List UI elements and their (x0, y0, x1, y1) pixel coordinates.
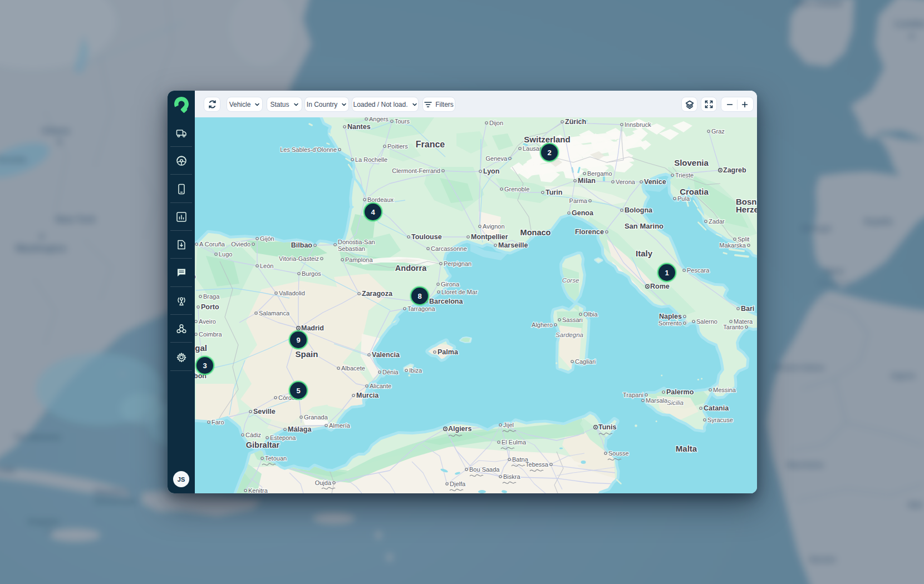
svg-text:Bologna: Bologna (625, 206, 653, 214)
svg-text:Jijel: Jijel (503, 422, 514, 428)
svg-text:Syracuse: Syracuse (707, 417, 733, 423)
svg-text:Vitoria-Gasteiz: Vitoria-Gasteiz (279, 255, 319, 262)
svg-text:Sicilia: Sicilia (667, 399, 684, 406)
svg-text:Innsbruck: Innsbruck (625, 121, 651, 128)
svg-text:A Coruña: A Coruña (199, 241, 225, 248)
svg-text:Bari: Bari (741, 305, 754, 313)
svg-text:Perpignan: Perpignan (444, 260, 471, 267)
svg-text:Toulouse: Toulouse (411, 233, 442, 241)
svg-text:Tebessa: Tebessa (525, 461, 549, 468)
svg-text:Clermont-Ferrand: Clermont-Ferrand (392, 167, 440, 174)
svg-text:Messina: Messina (713, 387, 736, 393)
svg-text:Burgos: Burgos (302, 270, 321, 277)
svg-text:Murcia: Murcia (356, 392, 379, 399)
svg-text:Marsala: Marsala (646, 397, 668, 404)
svg-text:Spain: Spain (296, 349, 318, 359)
svg-text:Tarragona: Tarragona (407, 305, 435, 312)
svg-text:Donostia-San: Donostia-San (338, 239, 375, 245)
svg-text:Braga: Braga (203, 293, 220, 300)
svg-text:Sebastian: Sebastian (338, 245, 365, 252)
svg-text:Kenitra: Kenitra (248, 487, 268, 493)
svg-text:Angers: Angers (369, 117, 389, 122)
svg-text:Alicante: Alicante (370, 383, 391, 389)
svg-text:Valencia: Valencia (372, 351, 400, 359)
svg-text:Sardegna: Sardegna (556, 331, 583, 338)
svg-text:Madrid: Madrid (301, 324, 324, 332)
svg-text:Biskra: Biskra (503, 473, 520, 480)
svg-text:Djelfa: Djelfa (450, 481, 466, 487)
svg-text:Naples: Naples (659, 313, 682, 320)
svg-text:Parma: Parma (569, 197, 588, 204)
svg-text:Granada: Granada (304, 414, 328, 420)
svg-text:Trieste: Trieste (675, 172, 694, 179)
svg-text:Alghero: Alghero (532, 321, 553, 328)
svg-text:Venice: Venice (644, 178, 666, 186)
svg-text:Pamplona: Pamplona (345, 256, 373, 263)
svg-text:Cagliari: Cagliari (575, 358, 596, 365)
svg-text:Oujda: Oujda (315, 479, 332, 486)
svg-text:Marseille: Marseille (498, 241, 528, 249)
svg-text:Sorrento: Sorrento (658, 320, 682, 326)
svg-text:Lugo: Lugo (219, 251, 232, 258)
svg-text:Gijón: Gijón (260, 235, 274, 242)
svg-text:Makarska: Makarska (719, 242, 746, 249)
svg-text:Les Sables-d'Olonne: Les Sables-d'Olonne (280, 146, 337, 153)
svg-text:Bilbao: Bilbao (291, 241, 313, 249)
svg-text:Poitiers: Poitiers (387, 143, 408, 150)
svg-text:Albacete: Albacete (341, 365, 365, 372)
svg-text:Graz: Graz (711, 128, 725, 135)
svg-text:Faro: Faro (212, 419, 224, 425)
svg-text:Verona: Verona (616, 179, 636, 185)
svg-text:La Rochelle: La Rochelle (355, 156, 387, 163)
svg-text:Zürich: Zürich (565, 118, 586, 126)
svg-text:Palma: Palma (438, 348, 459, 356)
svg-text:Milan: Milan (578, 177, 596, 185)
svg-text:Seville: Seville (253, 408, 276, 415)
svg-text:Catania: Catania (704, 404, 729, 412)
svg-text:Salerno: Salerno (696, 318, 717, 325)
svg-text:Vigo: Vigo (195, 273, 196, 280)
svg-text:Portugal: Portugal (195, 343, 207, 353)
svg-text:Monaco: Monaco (520, 228, 551, 237)
svg-text:Montpellier: Montpellier (471, 233, 508, 241)
svg-text:Dénia: Dénia (382, 369, 399, 375)
svg-text:Andorra: Andorra (395, 264, 427, 273)
svg-text:Palermo: Palermo (666, 388, 694, 396)
svg-text:Porto: Porto (201, 303, 219, 311)
svg-text:Croatia: Croatia (680, 187, 709, 196)
svg-text:Gibraltar: Gibraltar (246, 441, 280, 449)
svg-text:Geneva: Geneva (485, 155, 507, 162)
svg-text:Carcassonne: Carcassonne (431, 245, 467, 252)
svg-text:Malta: Malta (676, 444, 697, 453)
svg-text:Tunis: Tunis (598, 423, 616, 431)
svg-text:Valladolid: Valladolid (279, 290, 305, 296)
svg-text:San Marino: San Marino (625, 222, 663, 230)
svg-text:Bou Saada: Bou Saada (469, 466, 500, 473)
svg-text:Lloret de Mar: Lloret de Mar (441, 289, 478, 295)
svg-text:Taranto: Taranto (723, 324, 744, 330)
svg-text:Coimbra: Coimbra (199, 331, 222, 338)
svg-text:Salamanca: Salamanca (259, 310, 290, 316)
svg-text:Lyon: Lyon (483, 167, 499, 175)
svg-text:Slovenia: Slovenia (674, 158, 709, 167)
svg-text:Barcelona: Barcelona (429, 298, 463, 305)
svg-text:Girona: Girona (441, 281, 460, 288)
svg-text:Aveiro: Aveiro (199, 318, 216, 325)
svg-text:Ibiza: Ibiza (409, 367, 422, 374)
svg-text:Almería: Almería (329, 422, 351, 429)
svg-text:Sousse: Sousse (608, 450, 629, 457)
svg-text:Nantes: Nantes (347, 123, 371, 131)
svg-text:Oviedo: Oviedo (231, 241, 250, 248)
svg-text:Sassari: Sassari (562, 316, 583, 323)
svg-text:Corse: Corse (562, 277, 579, 284)
svg-text:Zagreb: Zagreb (723, 166, 746, 174)
svg-text:France: France (416, 140, 445, 149)
svg-text:Herzegovina: Herzegovina (736, 205, 757, 214)
svg-text:Grenoble: Grenoble (504, 186, 529, 192)
svg-text:Tetouan: Tetouan (265, 455, 287, 462)
svg-text:Bergamo: Bergamo (587, 170, 612, 177)
svg-text:Genoa: Genoa (572, 209, 594, 217)
svg-text:Tours: Tours (395, 118, 410, 125)
svg-text:Málaga: Málaga (288, 425, 312, 433)
svg-text:Rome: Rome (650, 283, 670, 290)
